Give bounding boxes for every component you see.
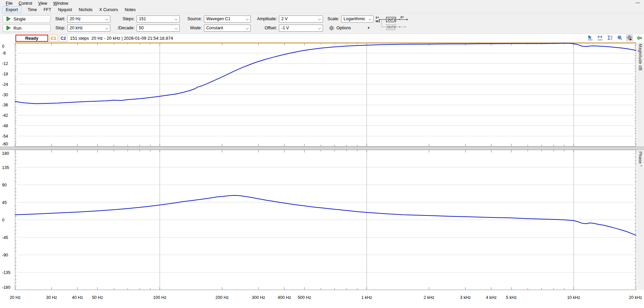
field-label-start: Start:: [53, 16, 67, 21]
xtick-label: 10 kHz: [567, 295, 580, 300]
chevron-down-icon: [318, 27, 321, 29]
plot-settings-icon[interactable]: [626, 35, 633, 41]
phase-ytick-label: -45: [2, 235, 8, 240]
magnitude-ytick-label: -60: [2, 142, 8, 146]
tab-nyquist[interactable]: Nyquist: [55, 7, 75, 13]
menu-control[interactable]: Control: [15, 1, 35, 6]
svg-text:DUT1: DUT1: [388, 18, 396, 21]
horizontal-cursors-icon[interactable]: [597, 35, 604, 41]
sweep-info-text: 151 steps 20 Hz - 20 kHz | 2026-01-09 21…: [70, 36, 173, 41]
tab-nichols[interactable]: Nichols: [75, 7, 96, 13]
menu-view[interactable]: View: [35, 1, 50, 6]
tab-x-cursors[interactable]: X Cursors: [96, 7, 121, 13]
combo-start[interactable]: 20 Hz: [67, 15, 110, 23]
tab-time[interactable]: Time: [24, 7, 40, 13]
combo-value: Constant: [206, 26, 223, 30]
track-cursor-icon[interactable]: [587, 35, 594, 41]
field-label-source: Source:: [181, 16, 204, 21]
xtick-label: 40 Hz: [72, 295, 83, 300]
field-label-amplitude: Amplitude:: [252, 16, 279, 21]
svg-text:DUT2: DUT2: [388, 25, 396, 29]
xtick-label: 3 kHz: [460, 295, 471, 300]
chevron-down-icon: [175, 27, 178, 29]
panel-splitter[interactable]: [0, 147, 644, 150]
phase-ytick-label: 135: [2, 165, 9, 170]
combo-value: 20 Hz: [70, 16, 81, 21]
combo-steps[interactable]: 151: [137, 15, 180, 23]
phase-ytick-label: -90: [2, 253, 8, 258]
channel-badge-c1[interactable]: C1: [49, 35, 58, 42]
phase-ytick-label: 0: [2, 218, 4, 223]
status-badge: Ready: [15, 35, 48, 42]
combo-stop[interactable]: 20 kHz: [67, 25, 110, 32]
bode-plot-svg[interactable]: 0-6-12-18-24-30-36-42-48-54-601801359045…: [0, 42, 644, 306]
phase-ytick-label: 45: [2, 200, 7, 205]
combo-value: -1 V: [281, 26, 289, 30]
combo-value: 20 kHz: [70, 26, 83, 30]
dropdown-arrow-icon: ▼: [367, 26, 370, 30]
magnitude-ytick-label: -48: [2, 124, 8, 128]
combo-mode[interactable]: Constant: [204, 25, 251, 32]
phase-ytick-label: 90: [2, 183, 7, 187]
channel-badge-c2[interactable]: C2: [59, 35, 68, 42]
xtick-label: 5 kHz: [506, 295, 517, 300]
tab-fft[interactable]: FFT: [40, 7, 55, 13]
menu-file[interactable]: File: [3, 1, 15, 6]
field-label-stop: Stop:: [53, 26, 67, 30]
chevron-down-icon: [106, 27, 108, 29]
xtick-label: 50 Hz: [92, 295, 103, 300]
phase-ytick-label: 180: [2, 151, 9, 156]
collapse-panel-icon[interactable]: [636, 35, 643, 41]
single-button-label: Single: [13, 16, 26, 22]
xtick-label: 20 Hz: [10, 295, 21, 300]
run-button-label: Run: [13, 26, 22, 31]
combo-value: 2 V: [281, 16, 288, 21]
field-label-scale: Scale:: [324, 16, 341, 21]
magnitude-ytick-label: 0: [2, 44, 4, 49]
menu-window[interactable]: Window: [50, 1, 71, 6]
xtick-label: 20 kHz: [629, 295, 642, 300]
magnitude-ytick-label: -18: [2, 72, 8, 76]
magnitude-ytick-label: -24: [2, 82, 8, 87]
magnitude-ytick-label: -54: [2, 134, 8, 139]
xtick-label: 400 Hz: [278, 295, 291, 300]
xtick-label: 300 Hz: [252, 295, 265, 300]
tab-notes[interactable]: Notes: [121, 7, 139, 13]
xtick-label: 2 kHz: [424, 295, 434, 300]
field-label-decade: /Decade:: [112, 26, 137, 30]
bode-plot-area: 0-6-12-18-24-30-36-42-48-54-601801359045…: [0, 42, 644, 306]
view-tab-bar: ExportTimeFFTNyquistNicholsX CursorsNote…: [0, 6, 644, 13]
magnitude-ytick-label: -36: [2, 103, 8, 107]
trace-c2-phase: [15, 195, 636, 235]
xtick-label: 200 Hz: [215, 295, 229, 300]
magnitude-ytick-label: -6: [2, 51, 6, 56]
minimize-button[interactable]: —: [636, 0, 640, 5]
xtick-label: 4 kHz: [486, 295, 497, 300]
options-dropdown[interactable]: Options▼: [324, 24, 375, 32]
combo-source[interactable]: Wavegen C1: [204, 15, 251, 23]
svg-text:W1: W1: [375, 20, 380, 23]
dut-wiring-diagram: 1+W1DUT12+DUT2: [375, 15, 412, 32]
phase-ytick-label: -180: [2, 285, 10, 290]
acquisition-toolbar: 1SingleStart:20 HzSteps:151Source:Wavege…: [0, 13, 644, 34]
combo-offset[interactable]: -1 V: [279, 25, 323, 32]
vertical-cursors-icon[interactable]: [607, 35, 613, 41]
single-button[interactable]: 1Single: [3, 15, 50, 23]
zoom-icon[interactable]: [616, 35, 623, 41]
combo-value: 50: [139, 26, 144, 30]
chevron-down-icon: [246, 18, 249, 20]
magnitude-ytick-label: -30: [2, 93, 8, 97]
xtick-label: 30 Hz: [46, 295, 57, 300]
run-button[interactable]: Run: [3, 24, 50, 32]
menu-bar: FileControlViewWindow—: [0, 0, 644, 6]
combo-scale[interactable]: Logarithmic: [341, 15, 373, 23]
xtick-label: 100 Hz: [153, 295, 167, 300]
field-label-offset: Offset:: [252, 26, 279, 30]
combo-value: Logarithmic: [344, 16, 365, 21]
chevron-down-icon: [106, 18, 108, 20]
tab-export[interactable]: Export: [2, 6, 22, 13]
combo-amplitude[interactable]: 2 V: [279, 15, 323, 23]
combo-decade[interactable]: 50: [137, 25, 180, 32]
phase-ytick-label: -135: [2, 270, 10, 275]
chevron-down-icon: [369, 18, 371, 20]
